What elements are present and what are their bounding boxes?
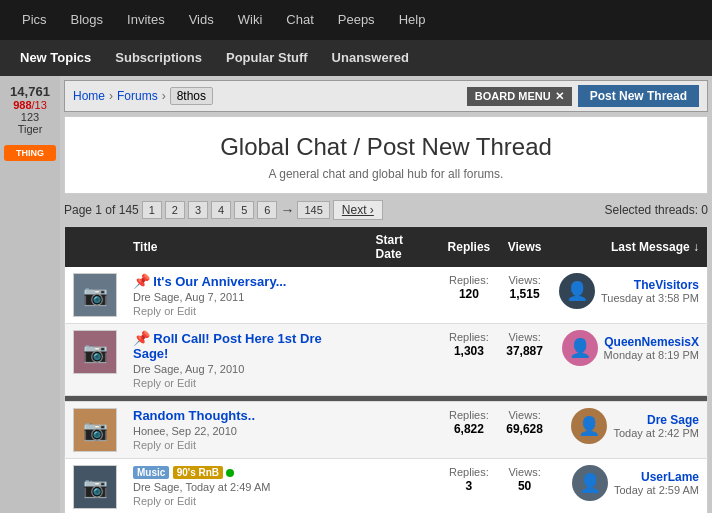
nav-subscriptions[interactable]: Subscriptions — [103, 40, 214, 76]
page-btn-last[interactable]: 145 — [297, 201, 329, 219]
views-label: Views: — [508, 409, 540, 421]
reply-edit: Reply or Edit — [133, 377, 360, 389]
replies-cell: Replies:120 — [440, 267, 499, 324]
start-date-cell — [368, 324, 440, 396]
last-message-time: Tuesday at 3:58 PM — [601, 292, 699, 304]
nav-unanswered[interactable]: Unanswered — [320, 40, 421, 76]
views-label: Views: — [508, 274, 540, 286]
last-message-user[interactable]: Dre Sage — [613, 413, 699, 427]
pagination: Page 1 of 145 1 2 3 4 5 6 → 145 Next › — [64, 200, 383, 220]
replies-value: 3 — [466, 479, 473, 493]
thread-thumbnail[interactable]: 📷 — [73, 408, 117, 452]
online-indicator — [226, 469, 234, 477]
last-message-time: Today at 2:42 PM — [613, 427, 699, 439]
last-message-time: Monday at 8:19 PM — [604, 349, 699, 361]
nav-peeps[interactable]: Peeps — [326, 0, 387, 40]
last-message-cell: 👤 QueenNemesisX Monday at 8:19 PM — [551, 324, 708, 396]
nav-new-topics[interactable]: New Topics — [8, 40, 103, 76]
table-row: 📷📌 It's Our Anniversary...Dre Sage, Aug … — [65, 267, 708, 324]
nav-chat[interactable]: Chat — [274, 0, 325, 40]
last-message-user[interactable]: UserLame — [614, 470, 699, 484]
col-start-date: Start Date — [368, 227, 440, 268]
pagination-arrow: → — [280, 202, 294, 218]
last-message-avatar: 👤 — [571, 408, 607, 444]
last-message-avatar: 👤 — [559, 273, 595, 309]
nav-pics[interactable]: Pics — [10, 0, 59, 40]
nav-popular-stuff[interactable]: Popular Stuff — [214, 40, 320, 76]
second-navigation: New Topics Subscriptions Popular Stuff U… — [0, 40, 712, 76]
thread-thumb-cell: 📷 — [65, 324, 126, 396]
views-cell: Views:69,628 — [498, 402, 551, 459]
top-navigation: Pics Blogs Invites Vids Wiki Chat Peeps … — [0, 0, 712, 40]
views-label: Views: — [508, 466, 540, 478]
page-btn-4[interactable]: 4 — [211, 201, 231, 219]
sidebar-count1: 14,761 — [4, 84, 56, 99]
thread-thumb-cell: 📷 — [65, 402, 126, 459]
breadcrumb-arrow2: › — [162, 89, 166, 103]
start-date-cell — [368, 267, 440, 324]
thread-title-link[interactable]: Roll Call! Post Here 1st Dre Sage! — [133, 331, 322, 361]
breadcrumb-arrow1: › — [109, 89, 113, 103]
nav-wiki[interactable]: Wiki — [226, 0, 275, 40]
post-new-thread-button[interactable]: Post New Thread — [578, 85, 699, 107]
sidebar-orange-button[interactable]: THING — [4, 145, 56, 161]
replies-value: 1,303 — [454, 344, 484, 358]
board-menu-button[interactable]: BOARD MENU ✕ — [467, 87, 572, 106]
thread-thumb-cell: 📷 — [65, 267, 126, 324]
views-cell: Views:50 — [498, 459, 551, 514]
thread-thumbnail[interactable]: 📷 — [73, 273, 117, 317]
breadcrumb: Home › Forums › 8thos — [73, 87, 213, 105]
last-message-user[interactable]: QueenNemesisX — [604, 335, 699, 349]
thread-meta: Dre Sage, Aug 7, 2011 — [133, 291, 360, 303]
thread-thumb-cell: 📷 — [65, 459, 126, 514]
views-value: 50 — [518, 479, 531, 493]
thread-title-cell: 📌 It's Our Anniversary...Dre Sage, Aug 7… — [125, 267, 368, 324]
start-date-cell — [368, 402, 440, 459]
page-btn-6[interactable]: 6 — [257, 201, 277, 219]
last-message-user[interactable]: TheVisitors — [601, 278, 699, 292]
col-views: Views — [498, 227, 551, 268]
title-section: Global Chat / Post New Thread A general … — [64, 116, 708, 194]
thread-thumbnail[interactable]: 📷 — [73, 330, 117, 374]
replies-label: Replies: — [449, 331, 489, 343]
page-btn-5[interactable]: 5 — [234, 201, 254, 219]
page-btn-2[interactable]: 2 — [165, 201, 185, 219]
last-message-cell: 👤 UserLame Today at 2:59 AM — [551, 459, 708, 514]
page-btn-1[interactable]: 1 — [142, 201, 162, 219]
thread-meta: Dre Sage, Aug 7, 2010 — [133, 363, 360, 375]
breadcrumb-current: 8thos — [170, 87, 213, 105]
last-message-avatar: 👤 — [562, 330, 598, 366]
views-value: 1,515 — [510, 287, 540, 301]
sidebar-count4: 123 — [4, 111, 56, 123]
thread-title-cell: Random Thoughts..Honee, Sep 22, 2010Repl… — [125, 402, 368, 459]
table-row: 📷Music 90's RnB Dre Sage, Today at 2:49 … — [65, 459, 708, 514]
reply-edit: Reply or Edit — [133, 439, 360, 451]
col-last-message: Last Message ↓ — [551, 227, 708, 268]
col-title: Title — [125, 227, 368, 268]
page-btn-3[interactable]: 3 — [188, 201, 208, 219]
nav-help[interactable]: Help — [387, 0, 438, 40]
thread-meta: Dre Sage, Today at 2:49 AM — [133, 481, 360, 493]
content-area: Home › Forums › 8thos BOARD MENU ✕ Post … — [60, 76, 712, 513]
thread-tag[interactable]: Music — [133, 466, 169, 479]
breadcrumb-forums[interactable]: Forums — [117, 89, 158, 103]
next-button[interactable]: Next › — [333, 200, 383, 220]
thread-tag[interactable]: 90's RnB — [173, 466, 223, 479]
thread-meta: Honee, Sep 22, 2010 — [133, 425, 360, 437]
col-replies: Replies — [440, 227, 499, 268]
pin-icon: 📌 — [133, 330, 150, 346]
table-header-row: Title Start Date Replies Views Last Mess… — [65, 227, 708, 268]
thread-thumbnail[interactable]: 📷 — [73, 465, 117, 509]
sidebar-count2: 988/13 — [4, 99, 56, 111]
reply-edit: Reply or Edit — [133, 305, 360, 317]
nav-invites[interactable]: Invites — [115, 0, 177, 40]
thread-title-link[interactable]: It's Our Anniversary... — [153, 274, 286, 289]
thread-table: Title Start Date Replies Views Last Mess… — [64, 226, 708, 513]
nav-blogs[interactable]: Blogs — [59, 0, 116, 40]
nav-vids[interactable]: Vids — [177, 0, 226, 40]
page-subtitle: A general chat and global hub for all fo… — [73, 167, 699, 181]
breadcrumb-home[interactable]: Home — [73, 89, 105, 103]
thread-title-link[interactable]: Random Thoughts.. — [133, 408, 255, 423]
sidebar-stats: 14,761 988/13 123 Tiger — [4, 84, 56, 135]
replies-value: 120 — [459, 287, 479, 301]
